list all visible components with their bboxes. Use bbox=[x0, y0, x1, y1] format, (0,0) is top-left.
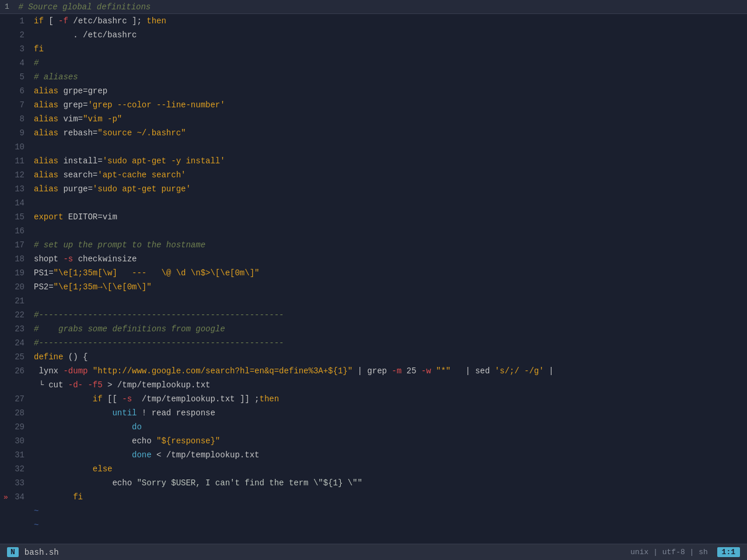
syntax-token: -d- bbox=[68, 380, 83, 390]
code-line: 13alias purge='sudo apt-get purge' bbox=[0, 182, 747, 196]
line-content: alias install='sudo apt-get -y install' bbox=[32, 154, 747, 168]
tilde-char: ~ bbox=[32, 504, 39, 518]
syntax-token: "${response}" bbox=[156, 436, 220, 446]
line-number: 20 bbox=[11, 280, 32, 294]
editor-area[interactable]: 1if [ -f /etc/bashrc ]; then2 . /etc/bas… bbox=[0, 14, 747, 544]
line-number: 25 bbox=[11, 350, 32, 364]
syntax-token: -w bbox=[421, 366, 431, 376]
line-content: done < /tmp/templookup.txt bbox=[32, 448, 747, 462]
syntax-token: do bbox=[132, 422, 142, 432]
line-content: define () { bbox=[32, 350, 747, 364]
code-line: 7alias grep='grep --color --line-number' bbox=[0, 98, 747, 112]
syntax-token: > /tmp/templookup.txt bbox=[103, 380, 211, 390]
line-content: export EDITOR=vim bbox=[32, 210, 747, 224]
syntax-token: grpe=grep bbox=[58, 86, 107, 96]
line-arrow: » bbox=[0, 491, 11, 505]
syntax-token: grep= bbox=[58, 100, 88, 110]
line-content: echo "${response}" bbox=[32, 434, 747, 448]
title-bar: 1 # Source global definitions bbox=[0, 0, 747, 14]
syntax-token: | grep bbox=[352, 366, 392, 376]
syntax-token: done bbox=[132, 450, 152, 460]
syntax-token: until bbox=[112, 408, 137, 418]
line-content: fi bbox=[32, 42, 747, 56]
code-line: 3fi bbox=[0, 42, 747, 56]
code-line: 27 if [[ -s /tmp/templookup.txt ]] ;then bbox=[0, 392, 747, 406]
code-line: 23# grabs some definitions from google bbox=[0, 322, 747, 336]
line-number: 1 bbox=[11, 14, 32, 28]
code-line: 28 until ! read response bbox=[0, 406, 747, 420]
line-content: #---------------------------------------… bbox=[32, 308, 747, 322]
syntax-token: . /etc/bashrc bbox=[34, 30, 137, 40]
line-number: 13 bbox=[11, 182, 32, 196]
line-number: 15 bbox=[11, 210, 32, 224]
line-content: if [ -f /etc/bashrc ]; then bbox=[32, 14, 747, 28]
title-line-number: 1 bbox=[5, 2, 18, 11]
syntax-token bbox=[34, 394, 93, 404]
syntax-token: then bbox=[146, 16, 166, 26]
syntax-token: 'sudo apt-get -y install' bbox=[103, 156, 225, 166]
line-number: 17 bbox=[11, 238, 32, 252]
line-number: 30 bbox=[11, 434, 32, 448]
syntax-token: fi bbox=[73, 492, 83, 502]
line-number: 4 bbox=[11, 56, 32, 70]
line-content: until ! read response bbox=[32, 406, 747, 420]
filename: bash.sh bbox=[25, 548, 59, 557]
line-number: 21 bbox=[11, 294, 32, 308]
syntax-token: # grabs some definitions from google bbox=[34, 324, 225, 334]
line-content: alias purge='sudo apt-get purge' bbox=[32, 182, 747, 196]
syntax-token: 25 bbox=[402, 366, 421, 376]
code-line: └ cut -d- -f5 > /tmp/templookup.txt bbox=[0, 378, 747, 392]
syntax-token: alias bbox=[34, 128, 58, 138]
tilde-line: ~ bbox=[0, 504, 747, 518]
encoding-info: unix | utf-8 | sh bbox=[630, 548, 708, 556]
line-number: 19 bbox=[11, 266, 32, 280]
line-number: 33 bbox=[11, 476, 32, 490]
line-number: 31 bbox=[11, 448, 32, 462]
code-line: 18shopt -s checkwinsize bbox=[0, 252, 747, 266]
syntax-token: "Sorry $USER, I can't find the term \"${… bbox=[137, 478, 362, 488]
title-comment: # Source global definitions bbox=[18, 2, 151, 12]
line-number: 23 bbox=[11, 322, 32, 336]
code-line: 1if [ -f /etc/bashrc ]; then bbox=[0, 14, 747, 28]
code-line: 29 do bbox=[0, 420, 747, 434]
line-content: alias grep='grep --color --line-number' bbox=[32, 98, 747, 112]
syntax-token: "http://www.google.com/search?hl=en&q=de… bbox=[93, 366, 352, 376]
syntax-token: -s bbox=[63, 254, 73, 264]
syntax-token: # aliases bbox=[34, 72, 78, 82]
syntax-token bbox=[34, 422, 132, 432]
position-separator bbox=[710, 548, 715, 556]
syntax-token: install= bbox=[58, 156, 103, 166]
syntax-token: export bbox=[34, 212, 63, 222]
code-line: 20PS2="\e[1;35m→\[\e[0m\]" bbox=[0, 280, 747, 294]
syntax-token: #---------------------------------------… bbox=[34, 338, 284, 348]
code-line: 32 else bbox=[0, 462, 747, 476]
syntax-token: #---------------------------------------… bbox=[34, 310, 284, 320]
line-content: └ cut -d- -f5 > /tmp/templookup.txt bbox=[32, 378, 747, 392]
code-line: 17# set up the prompt to the hostname bbox=[0, 238, 747, 252]
syntax-token: vim= bbox=[58, 114, 83, 124]
line-content: # bbox=[32, 56, 747, 70]
code-line: 15export EDITOR=vim bbox=[0, 210, 747, 224]
line-content: alias grpe=grep bbox=[32, 84, 747, 98]
syntax-token: lynx bbox=[34, 366, 63, 376]
line-number: 7 bbox=[11, 98, 32, 112]
code-line: 9alias rebash="source ~/.bashrc" bbox=[0, 126, 747, 140]
syntax-token: if bbox=[93, 394, 103, 404]
tilde-line: ~ bbox=[0, 518, 747, 532]
syntax-token: └ cut bbox=[34, 380, 68, 390]
syntax-token: 's/;/ -/g' bbox=[495, 366, 544, 376]
line-number: 12 bbox=[11, 168, 32, 182]
syntax-token: search= bbox=[58, 170, 97, 180]
syntax-token: /etc/bashrc ]; bbox=[68, 16, 146, 26]
line-number: 11 bbox=[11, 154, 32, 168]
syntax-token: alias bbox=[34, 170, 58, 180]
line-content: do bbox=[32, 420, 747, 434]
code-line: 22#-------------------------------------… bbox=[0, 308, 747, 322]
syntax-token: 'apt-cache search' bbox=[97, 170, 186, 180]
line-content: PS1="\e[1;35m[\w] --- \@ \d \n$>\[\e[0m\… bbox=[32, 266, 747, 280]
code-line: 21 bbox=[0, 294, 747, 308]
code-line: 14 bbox=[0, 196, 747, 210]
syntax-token: then bbox=[260, 394, 280, 404]
line-content: fi bbox=[32, 490, 747, 504]
syntax-token: # bbox=[34, 58, 39, 68]
